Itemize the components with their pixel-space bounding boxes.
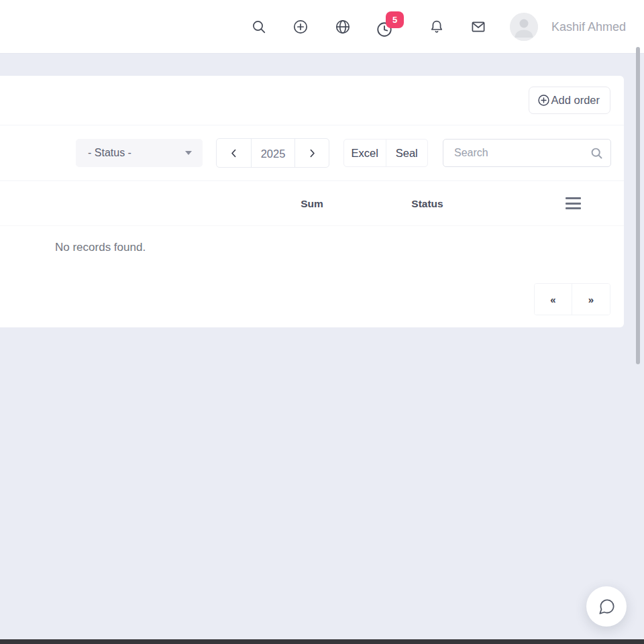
- chevron-right-icon: [307, 148, 318, 159]
- columns-menu-button[interactable]: [566, 197, 581, 209]
- column-header-sum[interactable]: Sum: [301, 181, 323, 226]
- excel-export-button[interactable]: Excel: [344, 140, 386, 166]
- quick-add-button[interactable]: [292, 19, 309, 35]
- bell-icon: [429, 19, 445, 35]
- chat-button[interactable]: [586, 586, 627, 627]
- add-order-button[interactable]: Add order: [529, 87, 610, 114]
- pagination-first-button[interactable]: «: [535, 284, 572, 315]
- language-button[interactable]: [335, 19, 351, 35]
- avatar[interactable]: [510, 13, 538, 41]
- pagination: « »: [534, 283, 610, 315]
- year-navigator: 2025: [216, 138, 329, 168]
- prev-year-button[interactable]: [217, 139, 251, 167]
- top-navbar: 5 Kashif Ahmed: [0, 0, 644, 54]
- search-box: [443, 139, 611, 167]
- plus-circle-icon: [292, 19, 309, 35]
- status-filter-label: - Status -: [88, 147, 131, 159]
- caret-down-icon: [185, 151, 192, 155]
- user-name[interactable]: Kashif Ahmed: [551, 0, 626, 54]
- messages-button[interactable]: [470, 19, 486, 35]
- status-filter-select[interactable]: - Status -: [76, 139, 203, 167]
- globe-icon: [335, 19, 351, 35]
- page: 5 Kashif Ahmed: [0, 0, 644, 644]
- mail-icon: [470, 19, 486, 35]
- panel-toolbar: Add order: [0, 76, 624, 125]
- person-silhouette-icon: [510, 13, 538, 41]
- orders-panel: Add order - Status - 2025: [0, 76, 624, 327]
- bottom-bar: [0, 639, 644, 644]
- export-button-group: Excel Seal: [343, 139, 428, 167]
- notifications-button[interactable]: [429, 19, 445, 35]
- search-icon: [590, 146, 604, 160]
- chat-bubble-icon: [598, 598, 616, 616]
- year-value: 2025: [251, 139, 294, 167]
- seal-button[interactable]: Seal: [386, 140, 428, 166]
- filter-row: - Status - 2025 Excel Seal: [0, 125, 624, 181]
- plus-circle-icon: [537, 94, 550, 107]
- hamburger-icon: [566, 197, 581, 199]
- search-icon: [251, 19, 267, 35]
- table-body: No records found.: [0, 226, 624, 327]
- add-order-label: Add order: [551, 94, 600, 107]
- search-input[interactable]: [443, 140, 610, 166]
- notification-count-badge: 5: [386, 11, 404, 28]
- empty-message: No records found.: [55, 241, 146, 254]
- pagination-last-button[interactable]: »: [572, 284, 610, 315]
- search-button[interactable]: [251, 19, 267, 35]
- chevron-left-icon: [228, 148, 239, 159]
- next-year-button[interactable]: [294, 139, 329, 167]
- vertical-scrollbar-thumb[interactable]: [636, 47, 640, 364]
- table-header-row: Sum Status: [0, 181, 624, 226]
- column-header-status[interactable]: Status: [411, 181, 443, 226]
